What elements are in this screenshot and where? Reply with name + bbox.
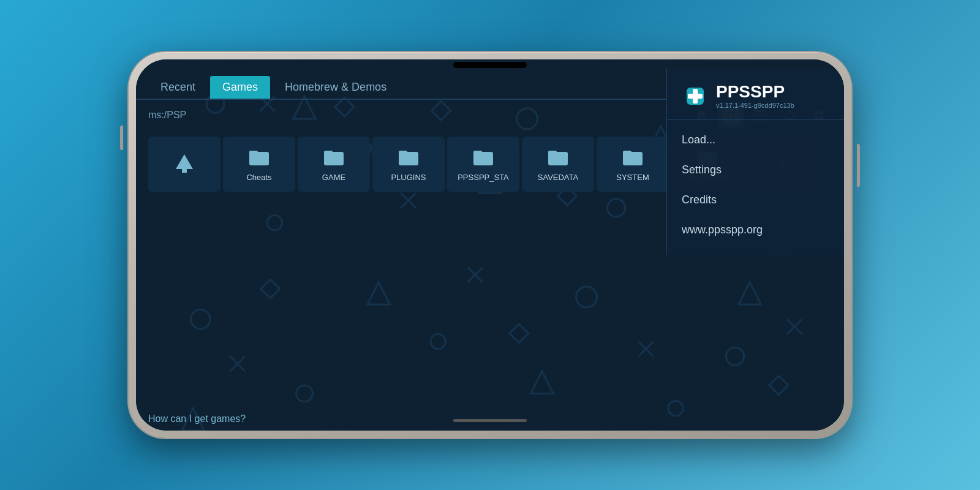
svg-rect-56 — [548, 151, 557, 154]
svg-rect-58 — [623, 151, 631, 154]
app-version: v1.17.1-491-g9cdd97c13b — [716, 102, 794, 109]
tab-games[interactable]: Games — [210, 76, 270, 99]
folder-icon — [472, 146, 494, 168]
phone-frame: Recent Games Homebrew & Demos ms:/PSP — [129, 52, 851, 438]
file-item-cheats[interactable]: Cheats — [223, 137, 295, 192]
file-name-game: GAME — [322, 173, 345, 183]
file-name-cheats: Cheats — [246, 173, 271, 183]
svg-rect-50 — [324, 151, 333, 154]
file-item-system[interactable]: SYSTEM — [597, 137, 669, 192]
folder-icon — [323, 146, 345, 168]
file-item-savedata[interactable]: SAVEDATA — [522, 137, 594, 192]
file-item-game[interactable]: GAME — [298, 137, 370, 192]
file-name-savedata: SAVEDATA — [538, 173, 578, 183]
folder-icon — [547, 146, 569, 168]
svg-rect-54 — [473, 151, 482, 154]
power-button — [857, 144, 860, 187]
app-title: PPSSPP — [716, 83, 794, 100]
folder-icon — [622, 146, 644, 168]
phone-screen: Recent Games Homebrew & Demos ms:/PSP — [136, 59, 844, 431]
ppsspp-header: PPSSPP v1.17.1-491-g9cdd97c13b — [667, 78, 844, 120]
phone-top-bar — [136, 59, 844, 68]
folder-icon — [398, 146, 420, 168]
path-display: ms:/PSP — [148, 110, 688, 121]
volume-button — [120, 126, 123, 150]
tab-recent[interactable]: Recent — [148, 76, 208, 99]
svg-rect-52 — [399, 151, 407, 154]
file-name-plugins: PLUGINS — [391, 173, 426, 183]
menu-item-credits[interactable]: Credits — [667, 185, 844, 215]
tab-homebrew[interactable]: Homebrew & Demos — [273, 76, 399, 99]
ppsspp-logo — [682, 83, 709, 110]
dynamic-island — [453, 62, 527, 68]
menu-item-load[interactable]: Load... — [667, 125, 844, 155]
file-item-plugins[interactable]: PLUGINS — [372, 137, 445, 192]
svg-rect-48 — [249, 151, 258, 154]
folder-icon — [248, 146, 270, 168]
ppsspp-title-area: PPSSPP v1.17.1-491-g9cdd97c13b — [716, 83, 794, 109]
file-name-ppsspp-sta: PPSSPP_STA — [458, 173, 509, 183]
file-name-system: SYSTEM — [616, 173, 649, 183]
app-screen: Recent Games Homebrew & Demos ms:/PSP — [136, 59, 844, 431]
up-arrow-icon — [173, 152, 195, 176]
svg-rect-46 — [182, 168, 187, 173]
file-item-ppsspp-sta[interactable]: PPSSPP_STA — [447, 137, 519, 192]
file-item-up[interactable] — [148, 137, 221, 192]
menu-item-settings[interactable]: Settings — [667, 155, 844, 185]
menu-item-website[interactable]: www.ppsspp.org — [667, 215, 844, 245]
phone-bottom-bar — [453, 419, 527, 422]
right-menu: PPSSPP v1.17.1-491-g9cdd97c13b Load... S… — [666, 68, 844, 255]
svg-marker-45 — [176, 154, 193, 169]
svg-rect-63 — [693, 89, 698, 104]
